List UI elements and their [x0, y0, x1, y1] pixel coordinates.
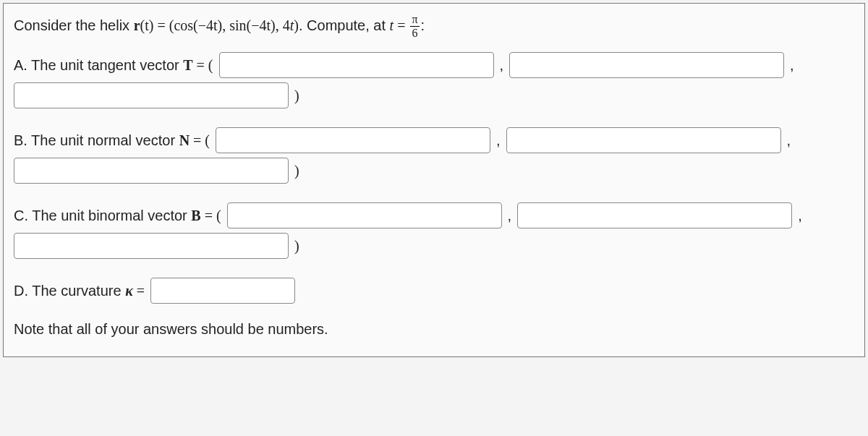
part-b-row2: ): [14, 158, 854, 184]
separator-comma: ,: [496, 131, 501, 150]
part-c-row1: C. The unit binormal vector B = ( , ,: [14, 202, 854, 228]
part-b-input-2[interactable]: [506, 127, 781, 153]
part-a-input-1[interactable]: [219, 52, 494, 78]
separator-comma: ,: [787, 131, 791, 150]
part-b-row1: B. The unit normal vector N = ( , ,: [14, 127, 854, 153]
part-a-input-3[interactable]: [14, 82, 289, 108]
separator-comma: ,: [500, 56, 504, 75]
separator-comma: ,: [508, 206, 512, 226]
part-c-label: C. The unit binormal vector B = (: [14, 206, 221, 226]
close-paren: ): [294, 161, 299, 181]
part-d-row: D. The curvature κ =: [14, 278, 854, 304]
part-a-row1: A. The unit tangent vector T = ( , ,: [14, 52, 854, 78]
close-paren: ): [294, 236, 299, 256]
part-d-label: D. The curvature κ =: [14, 281, 145, 301]
problem-statement: Consider the helix r(t) = (cos(−4t), sin…: [14, 14, 854, 39]
part-b-label: B. The unit normal vector N = (: [14, 131, 210, 150]
part-a-label: A. The unit tangent vector T = (: [14, 56, 213, 75]
part-c-input-3[interactable]: [14, 233, 289, 259]
part-c-input-1[interactable]: [227, 202, 502, 228]
part-d-input[interactable]: [150, 278, 295, 304]
part-b-input-1[interactable]: [216, 127, 490, 153]
part-c-input-2[interactable]: [517, 202, 792, 228]
separator-comma: ,: [790, 56, 794, 75]
part-b-input-3[interactable]: [14, 158, 289, 184]
note-text: Note that all of your answers should be …: [14, 320, 328, 339]
note-row: Note that all of your answers should be …: [14, 320, 854, 339]
problem-text: Consider the helix r(t) = (cos(−4t), sin…: [14, 14, 425, 39]
problem-container: Consider the helix r(t) = (cos(−4t), sin…: [3, 3, 865, 357]
part-a-input-2[interactable]: [509, 52, 784, 78]
fraction-pi-over-6: π6: [410, 14, 419, 39]
separator-comma: ,: [798, 206, 802, 226]
close-paren: ): [294, 86, 299, 106]
part-c-row2: ): [14, 233, 854, 259]
part-a-row2: ): [14, 82, 854, 108]
